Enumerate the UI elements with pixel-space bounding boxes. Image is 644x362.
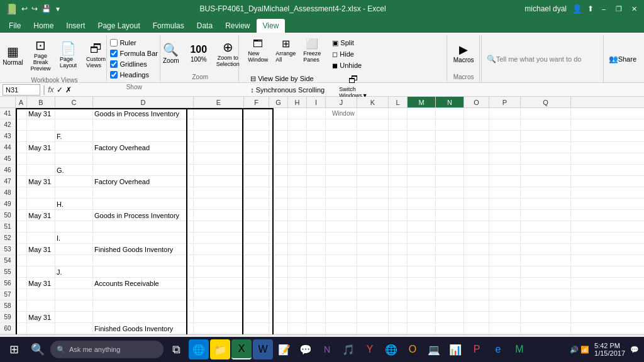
cell-G53[interactable] [269, 244, 288, 255]
cell-N47[interactable] [436, 176, 464, 187]
cell-C50[interactable] [55, 210, 93, 221]
cell-D43[interactable] [93, 131, 194, 141]
cell-Q46[interactable] [521, 165, 571, 175]
cell-C46[interactable]: G. [55, 165, 93, 175]
cell-F44[interactable] [244, 142, 269, 153]
btn-arrange-all[interactable]: ⊞ ArrangeAll [273, 38, 298, 64]
btn-page-layout[interactable]: 📄 PageLayout [56, 41, 81, 70]
cell-I48[interactable] [307, 187, 326, 198]
cell-I49[interactable] [307, 199, 326, 209]
cell-L51[interactable] [389, 221, 408, 232]
cell-O57[interactable] [464, 289, 489, 300]
taskbar-other3[interactable]: N [317, 339, 337, 359]
ruler-checkbox[interactable] [110, 39, 118, 47]
row-header-47[interactable]: 47 [0, 176, 16, 187]
cell-O45[interactable] [464, 153, 489, 164]
cell-I50[interactable] [307, 210, 326, 221]
cell-Q53[interactable] [521, 244, 571, 255]
taskbar-other9[interactable]: 📊 [445, 339, 465, 359]
cell-C54[interactable] [55, 255, 93, 266]
cell-O56[interactable] [464, 278, 489, 288]
cell-O46[interactable] [464, 165, 489, 175]
cancel-mark[interactable]: ✗ [65, 85, 72, 94]
row-header-51[interactable]: 51 [0, 221, 16, 232]
cell-E57[interactable] [194, 289, 244, 300]
cell-B46[interactable] [27, 165, 55, 175]
cell-D53[interactable]: Finished Goods Inventory [93, 244, 194, 255]
taskbar-other10[interactable]: P [467, 339, 487, 359]
cell-L53[interactable] [389, 244, 408, 255]
cell-H57[interactable] [288, 289, 307, 300]
tab-file[interactable]: File [3, 19, 27, 33]
cell-C42[interactable] [55, 119, 93, 130]
cell-M55[interactable] [408, 266, 436, 277]
col-header-m[interactable]: M [408, 97, 436, 107]
cell-D49[interactable] [93, 199, 194, 209]
cell-C59[interactable] [55, 312, 93, 322]
gridlines-checkbox[interactable] [110, 60, 118, 68]
cell-J46[interactable] [326, 165, 357, 175]
cell-H54[interactable] [288, 255, 307, 266]
cell-G51[interactable] [269, 221, 288, 232]
row-header-46[interactable]: 46 [0, 165, 16, 175]
cell-L56[interactable] [389, 278, 408, 288]
taskbar-other8[interactable]: 💻 [424, 339, 444, 359]
cell-M44[interactable] [408, 142, 436, 153]
cell-F53[interactable] [244, 244, 269, 255]
btn-split[interactable]: ▣ Split [330, 38, 364, 48]
col-header-i[interactable]: I [307, 97, 326, 107]
btn-custom-views[interactable]: 🗗 CustomViews [84, 41, 109, 70]
cell-N41[interactable] [436, 108, 464, 119]
row-header-60[interactable]: 60 [0, 323, 16, 334]
cell-K52[interactable] [357, 233, 389, 243]
cell-J50[interactable] [326, 210, 357, 221]
cell-B47[interactable]: May 31 [27, 176, 55, 187]
cell-L59[interactable] [389, 312, 408, 322]
cell-C56[interactable] [55, 278, 93, 288]
cell-K58[interactable] [357, 300, 389, 311]
cell-D59[interactable] [93, 312, 194, 322]
cell-E41[interactable] [194, 108, 244, 119]
cell-O43[interactable] [464, 131, 489, 141]
col-header-d[interactable]: D [93, 97, 194, 107]
cell-Q48[interactable] [521, 187, 571, 198]
cell-C53[interactable] [55, 244, 93, 255]
cell-J58[interactable] [326, 300, 357, 311]
cell-E48[interactable] [194, 187, 244, 198]
cell-H47[interactable] [288, 176, 307, 187]
cell-I56[interactable] [307, 278, 326, 288]
tab-formulas[interactable]: Formulas [147, 19, 191, 33]
cell-F59[interactable] [244, 312, 269, 322]
cell-N50[interactable] [436, 210, 464, 221]
col-header-g[interactable]: G [269, 97, 288, 107]
cell-N46[interactable] [436, 165, 464, 175]
cell-A45[interactable] [16, 153, 27, 164]
cell-P60[interactable] [489, 323, 521, 334]
cell-A41[interactable] [16, 108, 27, 119]
cell-C45[interactable] [55, 153, 93, 164]
cell-F45[interactable] [244, 153, 269, 164]
cell-M56[interactable] [408, 278, 436, 288]
row-header-45[interactable]: 45 [0, 153, 16, 164]
cell-B53[interactable]: May 31 [27, 244, 55, 255]
cell-P53[interactable] [489, 244, 521, 255]
cell-E54[interactable] [194, 255, 244, 266]
cell-B48[interactable] [27, 187, 55, 198]
btn-hide[interactable]: ◻ Hide [330, 49, 364, 60]
taskbar-search[interactable]: 🔍 Ask me anything [50, 341, 164, 358]
cell-H51[interactable] [288, 221, 307, 232]
cell-M53[interactable] [408, 244, 436, 255]
cell-J43[interactable] [326, 131, 357, 141]
cell-B50[interactable]: May 31 [27, 210, 55, 221]
cell-A58[interactable] [16, 300, 27, 311]
cell-E53[interactable] [194, 244, 244, 255]
cell-O48[interactable] [464, 187, 489, 198]
undo-icon[interactable]: ↩ [21, 4, 28, 13]
cell-G54[interactable] [269, 255, 288, 266]
cell-C55[interactable]: J. [55, 266, 93, 277]
row-header-52[interactable]: 52 [0, 233, 16, 243]
cell-K42[interactable] [357, 119, 389, 130]
cell-I46[interactable] [307, 165, 326, 175]
cell-J41[interactable] [326, 108, 357, 119]
tab-review[interactable]: Review [219, 19, 256, 33]
